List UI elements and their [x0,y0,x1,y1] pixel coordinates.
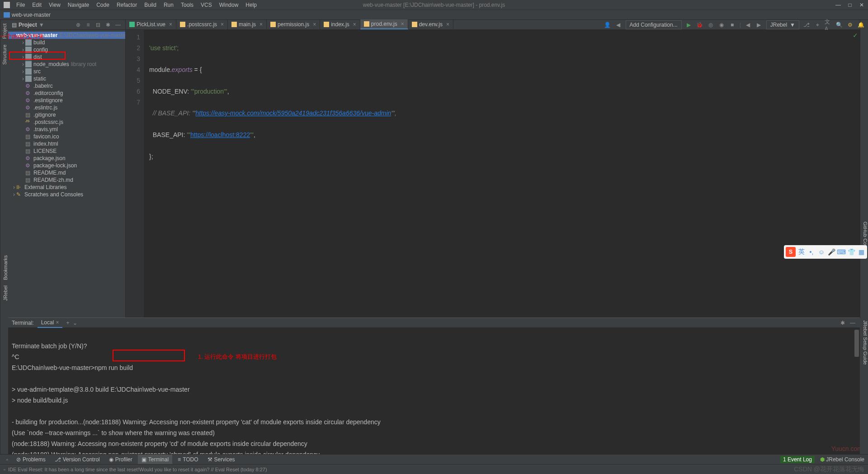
editor-tab-index-js[interactable]: index.js× [320,19,360,29]
menu-file[interactable]: File [14,1,28,9]
menu-navigate[interactable]: Navigate [65,1,92,9]
tree-item--eslintrc-js[interactable]: ⚙.eslintrc.js [8,104,125,111]
breadcrumb[interactable]: web-vue-master [12,12,51,18]
tree-item--babelrc[interactable]: ⚙.babelrc [8,82,125,90]
tree-item-LICENSE[interactable]: ▤LICENSE [8,147,125,155]
notification-icon[interactable]: 🔔 [857,21,864,28]
git-icon[interactable]: ⎇ [803,21,810,28]
tree-item-package-lock-json[interactable]: ⚙package-lock.json [8,162,125,169]
inspection-status-icon[interactable]: ✓ [853,32,858,39]
terminal-output[interactable]: Terminate batch job (Y/N)? ^C E:\JDChain… [8,328,860,454]
status-hide-icon[interactable]: ▫ [4,467,5,472]
menu-code[interactable]: Code [94,1,112,9]
vcs-next-icon[interactable]: ▶ [755,21,763,28]
ime-lang-toggle[interactable]: 英 [797,248,806,256]
chevron-icon[interactable]: › [21,76,25,82]
left-tab-bookmarks[interactable]: Bookmarks [0,255,8,280]
bottom-tab-vcs[interactable]: ⎇Version Control [51,455,104,465]
tree-item-dist[interactable]: ›dist [8,53,125,61]
menu-view[interactable]: View [46,1,63,9]
event-log-badge[interactable]: 1 Event Log [780,456,815,463]
jrebel-console-tab[interactable]: ⬢ JRebel Console [820,456,864,463]
select-opened-file-icon[interactable]: ⊕ [75,21,82,28]
chevron-icon[interactable]: › [21,54,25,60]
right-tab-jrebel-setup[interactable]: JRebel Setup Guide [860,320,868,365]
editor-tab-prod-env-js[interactable]: prod.env.js× [360,19,408,29]
menu-refactor[interactable]: Refactor [114,1,140,9]
ime-toolbar[interactable]: S 英 •, ☺ 🎤 ⌨ 👕 ▦ [784,245,867,259]
tree-item-static[interactable]: ›static [8,75,125,82]
collapse-all-icon[interactable]: ⊟ [94,21,102,28]
bottom-tab-services[interactable]: ⚒Services [204,455,239,465]
user-icon[interactable]: 👤 [604,21,611,28]
tree-item--editorconfig[interactable]: ⚙.editorconfig [8,90,125,97]
ime-punct-icon[interactable]: •, [807,248,816,256]
tree-item--gitignore[interactable]: ▤.gitignore [8,111,125,118]
ime-skin-icon[interactable]: 👕 [847,248,855,256]
run-icon[interactable]: ▶ [685,21,693,28]
chevron-icon[interactable]: › [21,61,25,67]
menu-help[interactable]: Help [243,1,259,9]
tree-external-libraries[interactable]: › ⊪ External Libraries [8,184,125,191]
bottom-tab-problems[interactable]: ⊘Problems [13,455,49,465]
menu-build[interactable]: Build [142,1,159,9]
editor-tab-main-js[interactable]: main.js× [228,19,267,29]
tree-item-README-zh-md[interactable]: ▤README-zh.md [8,176,125,184]
project-view-dropdown[interactable]: ▼ [39,22,44,28]
left-tab-structure[interactable]: Structure [2,44,7,65]
ime-toolbox-icon[interactable]: ▦ [857,248,865,256]
maximize-icon[interactable]: □ [847,2,853,8]
menu-edit[interactable]: Edit [29,1,44,9]
tree-item--postcssrc-js[interactable]: JS.postcssrc.js [8,118,125,126]
left-tab-jrebel[interactable]: JRebel [0,285,8,301]
tree-item--travis-yml[interactable]: ⚙.travis.yml [8,126,125,133]
tree-item-package-json[interactable]: ⚙package.json [8,155,125,162]
terminal-tab-local[interactable]: Local × [38,318,63,328]
menu-tools[interactable]: Tools [178,1,196,9]
panel-settings-icon[interactable]: ✱ [104,21,112,28]
tree-item-index-html[interactable]: ▤index.html [8,140,125,147]
menu-run[interactable]: Run [161,1,176,9]
sogou-icon[interactable]: S [786,247,796,257]
tree-item-node_modules[interactable]: ›node_moduleslibrary root [8,61,125,68]
close-tab-icon[interactable]: × [56,319,59,326]
tree-item-README-md[interactable]: ▤README.md [8,169,125,176]
close-tab-icon[interactable]: × [446,21,449,28]
menu-vcs[interactable]: VCS [198,1,215,9]
bottom-toggle-icon[interactable]: ▫ [4,456,11,463]
run-configuration-dropdown[interactable]: Add Configuration... [626,20,682,29]
jrebel-dropdown[interactable]: JRebel ▼ [766,20,799,29]
search-everywhere-icon[interactable]: 🔍 [835,21,843,28]
tree-scratches[interactable]: › ✎ Scratches and Consoles [8,191,125,198]
expand-all-icon[interactable]: ≡ [85,21,92,28]
terminal-settings-icon[interactable]: ✱ [839,319,846,327]
add-terminal-icon[interactable]: + [66,320,69,326]
editor-tab--postcssrc-js[interactable]: .postcssrc.js× [176,19,228,29]
tree-item-favicon-ico[interactable]: ▤favicon.ico [8,133,125,140]
translate-icon[interactable]: 文A [825,21,832,28]
coverage-icon[interactable]: ◎ [707,21,714,28]
close-tab-icon[interactable]: × [221,21,224,28]
ime-emoji-icon[interactable]: ☺ [817,248,826,256]
minimize-icon[interactable]: — [835,2,841,8]
editor-tab-PickList-vue[interactable]: PickList.vue× [126,19,176,29]
tree-item-config[interactable]: ›config [8,46,125,53]
close-tab-icon[interactable]: × [169,21,172,28]
hide-panel-icon[interactable]: — [114,21,122,28]
chevron-icon[interactable]: › [21,68,25,75]
tree-item--eslintignore[interactable]: ⚙.eslintignore [8,97,125,104]
bottom-tab-terminal[interactable]: ▣Terminal [138,455,172,465]
hide-terminal-icon[interactable]: — [849,319,856,327]
chevron-icon[interactable]: › [21,47,25,53]
ime-keyboard-icon[interactable]: ⌨ [837,248,845,256]
tree-item-src[interactable]: ›src [8,68,125,75]
close-tab-icon[interactable]: × [353,21,356,28]
editor-tab-dev-env-js[interactable]: dev.env.js× [408,19,453,29]
terminal-dropdown-icon[interactable]: ⌄ [73,320,77,326]
menu-window[interactable]: Window [217,1,241,9]
close-tab-icon[interactable]: × [313,21,316,28]
close-tab-icon[interactable]: × [259,21,263,28]
locate-icon[interactable]: ⌖ [814,21,821,28]
back-icon[interactable]: ◀ [615,21,622,28]
debug-icon[interactable]: 🐞 [696,21,703,28]
